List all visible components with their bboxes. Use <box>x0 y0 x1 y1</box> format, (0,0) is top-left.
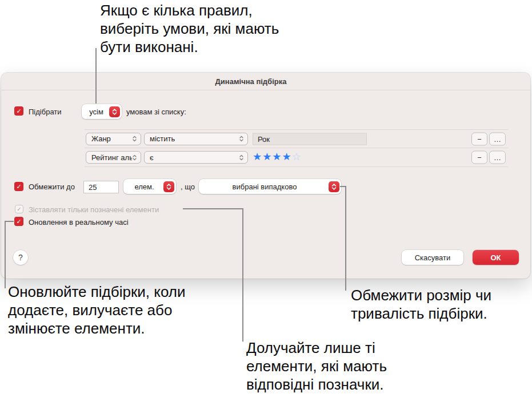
rule2-remove-button[interactable]: − <box>471 151 487 164</box>
rule1-field-value: Жанр <box>91 134 132 143</box>
callout-left-connector-line <box>5 221 6 288</box>
ok-button-label: ОК <box>490 253 501 262</box>
ellipsis-icon: … <box>494 153 501 162</box>
rule1-operator-popup[interactable]: містить <box>144 133 248 145</box>
rule2-operator-value: є <box>150 153 239 162</box>
star-filled-icons: ★★★★ <box>253 151 292 162</box>
callout-middle-connector-line <box>183 208 243 209</box>
callout-bottom-middle-line2: елементи, які мають <box>246 357 387 375</box>
live-update-label: Оновлення в реальному часі <box>29 218 129 227</box>
rule2-field-value: Рейтинг альбому <box>91 153 132 162</box>
checkmark-icon: ✓ <box>17 206 21 212</box>
minus-icon: − <box>477 134 482 143</box>
callout-bottom-left-line3: змінюєте елементи. <box>8 319 186 338</box>
limit-checkbox-label: Обмежити до <box>29 182 75 192</box>
limit-count-input[interactable] <box>83 181 119 193</box>
rule2-more-button[interactable]: … <box>489 151 506 164</box>
limit-unit-popup-value: елем. <box>123 182 163 191</box>
chevron-up-down-icon <box>239 154 244 161</box>
callout-bottom-middle: Долучайте лише ті елементи, які мають ві… <box>246 339 387 394</box>
chevron-up-down-icon <box>132 154 137 161</box>
limit-selection-popup-value: вибрані випадково <box>199 182 329 191</box>
rules-list: Жанр містить − … Рейтинг альбому <box>85 129 508 167</box>
screenshot-stage: Якщо є кілька правил, виберіть умови, як… <box>0 0 532 397</box>
match-checkbox-label: Підібрати <box>29 108 62 117</box>
callout-bottom-left-line1: Оновлюйте підбірки, коли <box>8 283 186 301</box>
smart-playlist-dialog: Динамічна підбірка ✓ Підібрати усім умов… <box>1 73 530 279</box>
dialog-title: Динамічна підбірка <box>1 77 501 86</box>
rule1-operator-value: містить <box>150 134 239 143</box>
chevron-up-down-icon <box>163 181 174 192</box>
dialog-titlebar: Динамічна підбірка <box>1 73 530 90</box>
chevron-up-down-icon <box>329 181 339 192</box>
star-empty-icon: ☆ <box>292 151 302 162</box>
callout-top-line3: бути виконані. <box>100 38 279 56</box>
minus-icon: − <box>477 153 482 162</box>
question-mark-icon: ? <box>18 253 23 262</box>
match-mode-popup-value: усім <box>82 108 109 116</box>
rule1-more-button[interactable]: … <box>489 132 506 145</box>
limit-middle-label: , що <box>181 182 195 192</box>
cancel-button[interactable]: Скасувати <box>402 250 463 265</box>
rule1-value-field[interactable] <box>253 133 367 145</box>
rule-row: Рейтинг альбому є ★★★★☆ − … <box>85 148 508 166</box>
limit-unit-popup[interactable]: елем. <box>123 179 176 194</box>
callout-bottom-left: Оновлюйте підбірки, коли додаєте, вилуча… <box>8 283 186 338</box>
callout-bottom-right: Обмежити розмір чи тривалість підбірки. <box>351 286 491 323</box>
rule2-field-popup[interactable]: Рейтинг альбому <box>86 151 141 164</box>
rule1-field-popup[interactable]: Жанр <box>86 133 141 145</box>
callout-top-line2: виберіть умови, які мають <box>100 19 279 38</box>
callout-top: Якщо є кілька правил, виберіть умови, як… <box>100 1 279 56</box>
limit-selection-popup[interactable]: вибрані випадково <box>199 179 341 194</box>
callout-right-connector-line <box>345 186 346 291</box>
callout-left-connector-line <box>5 221 14 222</box>
match-checkbox[interactable]: ✓ <box>14 106 23 116</box>
match-mode-popup[interactable]: усім <box>82 104 122 119</box>
callout-bottom-middle-line3: відповідні позначки. <box>246 375 387 394</box>
callout-bottom-right-line1: Обмежити розмір чи <box>351 286 491 304</box>
callout-middle-connector-line <box>242 208 243 342</box>
limit-checkbox[interactable]: ✓ <box>14 182 23 191</box>
checked-only-label: Зіставляти тільки позначені елементи <box>29 205 159 215</box>
checked-only-checkbox: ✓ <box>15 205 23 213</box>
star-rating-control[interactable]: ★★★★☆ <box>253 148 302 166</box>
ok-button[interactable]: ОК <box>473 250 519 265</box>
chevron-up-down-icon <box>109 106 120 117</box>
callout-bottom-middle-line1: Долучайте лише ті <box>246 339 387 357</box>
rule-row: Жанр містить − … <box>85 130 508 148</box>
callout-bottom-left-line2: додаєте, вилучаєте або <box>8 301 186 319</box>
cancel-button-label: Скасувати <box>415 253 451 262</box>
callout-top-line1: Якщо є кілька правил, <box>100 1 279 19</box>
checkmark-icon: ✓ <box>16 218 21 225</box>
help-button[interactable]: ? <box>13 250 28 265</box>
live-update-checkbox[interactable]: ✓ <box>14 217 23 226</box>
chevron-up-down-icon <box>239 135 244 142</box>
rule2-operator-popup[interactable]: є <box>144 151 248 164</box>
chevron-up-down-icon <box>132 135 137 142</box>
callout-bottom-right-line2: тривалість підбірки. <box>351 304 491 323</box>
ellipsis-icon: … <box>494 134 501 143</box>
rule1-remove-button[interactable]: − <box>471 132 487 145</box>
match-row-suffix-label: умовам зі списку: <box>126 108 186 117</box>
callout-top-connector-line <box>95 48 97 104</box>
checkmark-icon: ✓ <box>16 108 21 115</box>
checkmark-icon: ✓ <box>16 183 21 190</box>
